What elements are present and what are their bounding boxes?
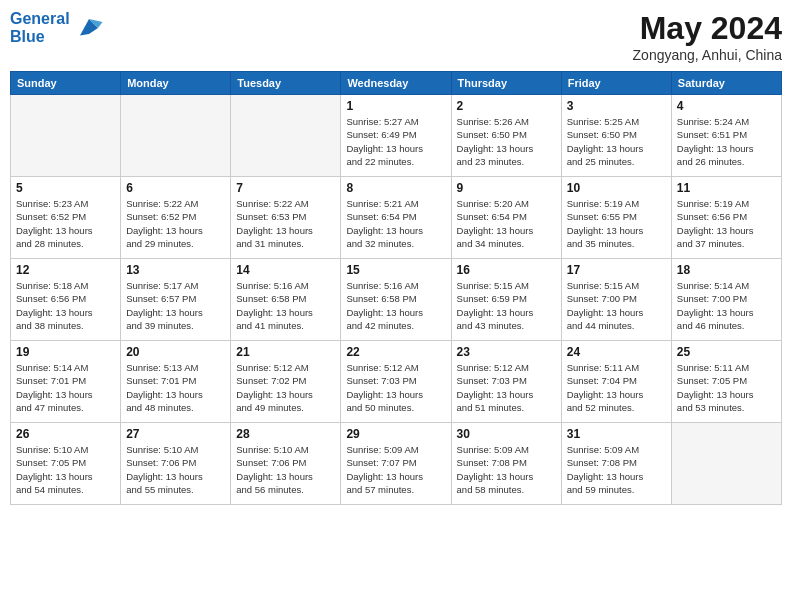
daylight-minutes: and 56 minutes. (236, 484, 304, 495)
sunrise-time: Sunrise: 5:18 AM (16, 280, 88, 291)
day-cell-24: 24Sunrise: 5:11 AMSunset: 7:04 PMDayligh… (561, 341, 671, 423)
sunset-time: Sunset: 6:50 PM (567, 129, 637, 140)
day-info: Sunrise: 5:22 AMSunset: 6:52 PMDaylight:… (126, 197, 225, 250)
sunset-time: Sunset: 7:07 PM (346, 457, 416, 468)
sunrise-time: Sunrise: 5:13 AM (126, 362, 198, 373)
day-info: Sunrise: 5:21 AMSunset: 6:54 PMDaylight:… (346, 197, 445, 250)
daylight-hours: Daylight: 13 hours (457, 471, 534, 482)
daylight-minutes: and 25 minutes. (567, 156, 635, 167)
sunrise-time: Sunrise: 5:22 AM (236, 198, 308, 209)
logo: General Blue (10, 10, 104, 45)
week-row-2: 5Sunrise: 5:23 AMSunset: 6:52 PMDaylight… (11, 177, 782, 259)
calendar-table: SundayMondayTuesdayWednesdayThursdayFrid… (10, 71, 782, 505)
day-number: 10 (567, 181, 666, 195)
daylight-hours: Daylight: 13 hours (457, 389, 534, 400)
logo-general: General (10, 10, 70, 27)
day-cell-16: 16Sunrise: 5:15 AMSunset: 6:59 PMDayligh… (451, 259, 561, 341)
sunset-time: Sunset: 6:57 PM (126, 293, 196, 304)
daylight-hours: Daylight: 13 hours (677, 307, 754, 318)
sunset-time: Sunset: 6:50 PM (457, 129, 527, 140)
weekday-header-tuesday: Tuesday (231, 72, 341, 95)
day-cell-20: 20Sunrise: 5:13 AMSunset: 7:01 PMDayligh… (121, 341, 231, 423)
day-number: 9 (457, 181, 556, 195)
header: General Blue May 2024 Zongyang, Anhui, C… (10, 10, 782, 63)
sunrise-time: Sunrise: 5:12 AM (457, 362, 529, 373)
day-info: Sunrise: 5:09 AMSunset: 7:07 PMDaylight:… (346, 443, 445, 496)
daylight-hours: Daylight: 13 hours (457, 307, 534, 318)
week-row-3: 12Sunrise: 5:18 AMSunset: 6:56 PMDayligh… (11, 259, 782, 341)
sunset-time: Sunset: 7:04 PM (567, 375, 637, 386)
day-info: Sunrise: 5:16 AMSunset: 6:58 PMDaylight:… (346, 279, 445, 332)
day-cell-27: 27Sunrise: 5:10 AMSunset: 7:06 PMDayligh… (121, 423, 231, 505)
daylight-hours: Daylight: 13 hours (457, 225, 534, 236)
day-number: 24 (567, 345, 666, 359)
day-info: Sunrise: 5:24 AMSunset: 6:51 PMDaylight:… (677, 115, 776, 168)
day-info: Sunrise: 5:19 AMSunset: 6:56 PMDaylight:… (677, 197, 776, 250)
day-number: 14 (236, 263, 335, 277)
daylight-hours: Daylight: 13 hours (457, 143, 534, 154)
daylight-hours: Daylight: 13 hours (567, 471, 644, 482)
day-info: Sunrise: 5:22 AMSunset: 6:53 PMDaylight:… (236, 197, 335, 250)
day-number: 4 (677, 99, 776, 113)
day-cell-5: 5Sunrise: 5:23 AMSunset: 6:52 PMDaylight… (11, 177, 121, 259)
sunrise-time: Sunrise: 5:11 AM (567, 362, 639, 373)
day-cell-29: 29Sunrise: 5:09 AMSunset: 7:07 PMDayligh… (341, 423, 451, 505)
day-cell-26: 26Sunrise: 5:10 AMSunset: 7:05 PMDayligh… (11, 423, 121, 505)
day-info: Sunrise: 5:12 AMSunset: 7:03 PMDaylight:… (457, 361, 556, 414)
weekday-header-saturday: Saturday (671, 72, 781, 95)
day-info: Sunrise: 5:10 AMSunset: 7:06 PMDaylight:… (126, 443, 225, 496)
sunset-time: Sunset: 6:54 PM (457, 211, 527, 222)
sunrise-time: Sunrise: 5:12 AM (236, 362, 308, 373)
daylight-hours: Daylight: 13 hours (677, 389, 754, 400)
day-info: Sunrise: 5:14 AMSunset: 7:00 PMDaylight:… (677, 279, 776, 332)
day-number: 15 (346, 263, 445, 277)
day-info: Sunrise: 5:15 AMSunset: 6:59 PMDaylight:… (457, 279, 556, 332)
logo-blue: Blue (10, 28, 70, 46)
daylight-minutes: and 50 minutes. (346, 402, 414, 413)
daylight-hours: Daylight: 13 hours (236, 225, 313, 236)
sunrise-time: Sunrise: 5:12 AM (346, 362, 418, 373)
day-cell-7: 7Sunrise: 5:22 AMSunset: 6:53 PMDaylight… (231, 177, 341, 259)
location: Zongyang, Anhui, China (633, 47, 782, 63)
daylight-hours: Daylight: 13 hours (346, 389, 423, 400)
daylight-minutes: and 54 minutes. (16, 484, 84, 495)
day-number: 19 (16, 345, 115, 359)
daylight-minutes: and 28 minutes. (16, 238, 84, 249)
sunset-time: Sunset: 6:49 PM (346, 129, 416, 140)
day-number: 28 (236, 427, 335, 441)
day-number: 30 (457, 427, 556, 441)
day-cell-11: 11Sunrise: 5:19 AMSunset: 6:56 PMDayligh… (671, 177, 781, 259)
daylight-hours: Daylight: 13 hours (677, 225, 754, 236)
day-cell-13: 13Sunrise: 5:17 AMSunset: 6:57 PMDayligh… (121, 259, 231, 341)
daylight-minutes: and 51 minutes. (457, 402, 525, 413)
daylight-minutes: and 42 minutes. (346, 320, 414, 331)
daylight-minutes: and 23 minutes. (457, 156, 525, 167)
daylight-minutes: and 46 minutes. (677, 320, 745, 331)
empty-cell (121, 95, 231, 177)
daylight-hours: Daylight: 13 hours (16, 307, 93, 318)
sunset-time: Sunset: 7:06 PM (236, 457, 306, 468)
sunrise-time: Sunrise: 5:14 AM (16, 362, 88, 373)
weekday-header-sunday: Sunday (11, 72, 121, 95)
day-number: 29 (346, 427, 445, 441)
daylight-hours: Daylight: 13 hours (236, 389, 313, 400)
week-row-4: 19Sunrise: 5:14 AMSunset: 7:01 PMDayligh… (11, 341, 782, 423)
day-cell-6: 6Sunrise: 5:22 AMSunset: 6:52 PMDaylight… (121, 177, 231, 259)
daylight-hours: Daylight: 13 hours (126, 307, 203, 318)
sunrise-time: Sunrise: 5:15 AM (567, 280, 639, 291)
sunset-time: Sunset: 6:52 PM (16, 211, 86, 222)
sunset-time: Sunset: 7:08 PM (457, 457, 527, 468)
day-cell-23: 23Sunrise: 5:12 AMSunset: 7:03 PMDayligh… (451, 341, 561, 423)
sunset-time: Sunset: 7:03 PM (346, 375, 416, 386)
day-cell-22: 22Sunrise: 5:12 AMSunset: 7:03 PMDayligh… (341, 341, 451, 423)
day-info: Sunrise: 5:16 AMSunset: 6:58 PMDaylight:… (236, 279, 335, 332)
day-cell-12: 12Sunrise: 5:18 AMSunset: 6:56 PMDayligh… (11, 259, 121, 341)
page: General Blue May 2024 Zongyang, Anhui, C… (0, 0, 792, 612)
day-cell-8: 8Sunrise: 5:21 AMSunset: 6:54 PMDaylight… (341, 177, 451, 259)
daylight-minutes: and 59 minutes. (567, 484, 635, 495)
day-cell-21: 21Sunrise: 5:12 AMSunset: 7:02 PMDayligh… (231, 341, 341, 423)
day-number: 16 (457, 263, 556, 277)
sunset-time: Sunset: 7:05 PM (677, 375, 747, 386)
day-cell-19: 19Sunrise: 5:14 AMSunset: 7:01 PMDayligh… (11, 341, 121, 423)
day-info: Sunrise: 5:14 AMSunset: 7:01 PMDaylight:… (16, 361, 115, 414)
